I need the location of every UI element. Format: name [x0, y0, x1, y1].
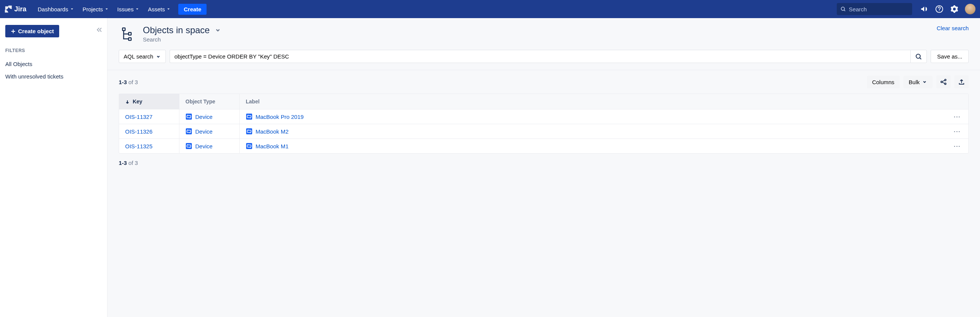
jira-logo-icon — [5, 5, 13, 13]
share-icon — [940, 78, 947, 85]
svg-point-23 — [248, 130, 248, 130]
nav-create-button[interactable]: Create — [178, 4, 207, 15]
results-count-bottom: 1-3 of 3 — [107, 154, 980, 172]
nav-assets[interactable]: Assets — [144, 4, 175, 15]
col-object-type[interactable]: Object Type — [180, 94, 240, 109]
device-icon — [185, 142, 192, 149]
nav-items: Dashboards Projects Issues Assets Create — [34, 4, 207, 15]
create-object-button[interactable]: Create object — [5, 25, 59, 37]
nav-projects[interactable]: Projects — [79, 4, 113, 15]
svg-point-19 — [187, 130, 188, 130]
svg-point-15 — [248, 115, 248, 115]
svg-point-27 — [187, 144, 188, 145]
search-icon — [840, 6, 846, 12]
table-row: OIS-11327DeviceMacBook Pro 2019··· — [119, 109, 968, 124]
help-icon[interactable] — [935, 5, 944, 14]
jira-logo[interactable]: Jira — [5, 5, 26, 13]
filter-unresolved[interactable]: With unresolved tickets — [5, 70, 102, 83]
sidebar: Create object FILTERS All Objects With u… — [0, 18, 107, 317]
settings-icon[interactable] — [950, 5, 959, 14]
columns-button[interactable]: Columns — [867, 76, 900, 88]
global-search[interactable] — [837, 3, 912, 15]
page-header: Objects in space Search Clear search — [107, 18, 980, 43]
chevron-down-icon — [166, 7, 171, 11]
device-icon — [246, 113, 253, 120]
share-button[interactable] — [936, 75, 951, 88]
filters-heading: FILTERS — [5, 48, 102, 53]
filter-all-objects[interactable]: All Objects — [5, 58, 102, 70]
results-table: Key Object Type Label OIS-11327DeviceMac… — [119, 94, 969, 154]
table-row: OIS-11326DeviceMacBook M2··· — [119, 124, 968, 139]
page-title: Objects in space — [143, 25, 210, 35]
objects-space-icon — [119, 25, 137, 43]
aql-query-input[interactable] — [170, 50, 911, 63]
export-icon — [958, 78, 965, 85]
object-label-link[interactable]: MacBook M2 — [246, 128, 289, 135]
row-more-icon[interactable]: ··· — [952, 143, 962, 149]
device-icon — [246, 142, 253, 149]
plus-icon — [11, 29, 16, 34]
page-subtitle: Search — [143, 36, 222, 43]
sidebar-collapse-icon[interactable] — [96, 26, 102, 33]
results-count-top: 1-3 of 3 — [119, 79, 138, 85]
svg-point-31 — [248, 144, 248, 145]
device-icon — [185, 113, 192, 120]
col-label[interactable]: Label — [240, 94, 968, 109]
search-submit-button[interactable] — [910, 50, 927, 63]
object-key-link[interactable]: OIS-11325 — [125, 143, 153, 149]
device-icon — [246, 128, 253, 135]
svg-point-0 — [841, 7, 845, 11]
clear-search-link[interactable]: Clear search — [937, 25, 969, 31]
chevron-down-icon — [104, 7, 109, 11]
svg-point-32 — [250, 147, 251, 148]
row-more-icon[interactable]: ··· — [952, 114, 962, 120]
chevron-down-icon — [135, 7, 140, 11]
object-label-link[interactable]: MacBook M1 — [246, 142, 289, 149]
chevron-down-icon — [156, 54, 161, 59]
svg-point-11 — [187, 115, 188, 115]
svg-point-12 — [189, 118, 190, 118]
save-as-button[interactable]: Save as... — [931, 50, 969, 63]
svg-rect-3 — [129, 32, 131, 35]
object-type-link[interactable]: Device — [185, 113, 233, 120]
svg-point-5 — [916, 54, 920, 58]
user-avatar[interactable] — [965, 4, 975, 14]
chevron-down-icon — [922, 79, 927, 85]
nav-dashboards[interactable]: Dashboards — [34, 4, 78, 15]
nav-right — [920, 4, 975, 14]
object-type-link[interactable]: Device — [185, 128, 233, 135]
svg-rect-2 — [123, 28, 125, 30]
device-icon — [185, 128, 192, 135]
export-button[interactable] — [955, 75, 969, 88]
announce-icon[interactable] — [920, 5, 929, 14]
sort-desc-icon — [125, 99, 130, 104]
chevron-down-icon — [70, 7, 74, 11]
nav-issues[interactable]: Issues — [113, 4, 143, 15]
svg-rect-4 — [129, 38, 131, 40]
object-label-link[interactable]: MacBook Pro 2019 — [246, 113, 304, 120]
svg-point-7 — [945, 79, 946, 81]
svg-point-8 — [945, 83, 946, 85]
svg-point-6 — [941, 81, 942, 83]
object-key-link[interactable]: OIS-11327 — [125, 114, 153, 120]
chevron-down-icon[interactable] — [214, 26, 222, 34]
results-toolbar: 1-3 of 3 Columns Bulk — [107, 70, 980, 94]
svg-point-24 — [250, 133, 251, 133]
col-key[interactable]: Key — [119, 94, 180, 109]
aql-search-toggle[interactable]: AQL search — [119, 50, 166, 63]
search-icon — [915, 53, 922, 60]
row-more-icon[interactable]: ··· — [952, 128, 962, 135]
object-key-link[interactable]: OIS-11326 — [125, 128, 153, 135]
table-row: OIS-11325DeviceMacBook M1··· — [119, 139, 968, 153]
global-search-input[interactable] — [849, 6, 908, 13]
svg-point-28 — [189, 147, 190, 148]
bulk-button[interactable]: Bulk — [904, 76, 932, 88]
object-type-link[interactable]: Device — [185, 142, 233, 149]
svg-point-16 — [250, 118, 251, 118]
svg-point-20 — [189, 133, 190, 133]
main-content: Objects in space Search Clear search AQL… — [107, 18, 980, 317]
search-bar: AQL search Save as... — [107, 43, 980, 70]
jira-logo-text: Jira — [14, 5, 26, 13]
top-navbar: Jira Dashboards Projects Issues Assets C… — [0, 0, 980, 18]
